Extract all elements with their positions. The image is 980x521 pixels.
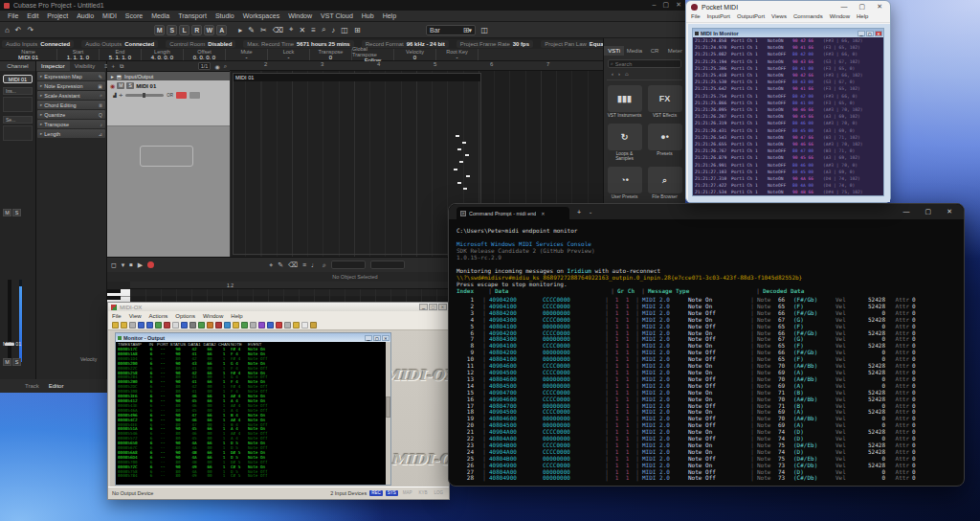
cubase-titlebar[interactable]: Cubase Pro Project - Untitled1 –▢✕ [0,0,685,11]
tool-icon[interactable]: ⌕ [322,25,325,34]
midi-event[interactable]: MIDI 01 [233,73,481,255]
cubase-menu-item[interactable]: Studio [215,12,234,19]
track-solo-button[interactable]: S [126,82,134,89]
window-control-icon[interactable]: ▢ [429,304,437,310]
cubase-window-controls[interactable]: –▢✕ [653,1,681,9]
toolbar-icon[interactable] [276,322,282,328]
pocketmidi-menu-item[interactable]: Help [857,13,868,22]
window-control-icon[interactable]: ✕ [438,304,447,310]
window-control-icon[interactable]: ✕ [676,1,681,9]
terminal-tab[interactable]: > Command Prompt - midi end ✕ [457,207,569,219]
tool-icon[interactable]: ✂ [260,26,267,34]
tab-cr[interactable]: CR [645,46,665,56]
toolbar-icon[interactable] [164,322,170,328]
tab-vsti[interactable]: VSTi [604,46,624,56]
info-cell[interactable]: Transpose0 [310,49,352,60]
status-item[interactable]: Audio InputsConnected [2,40,74,48]
window-control-icon[interactable]: ▁ [858,31,865,36]
monitor-titlebar[interactable]: MIDI In Monitor ▁▢ ✕ [693,29,883,37]
toolbar-icon[interactable] [233,322,239,328]
cubase-menu-item[interactable]: Window [288,12,312,19]
pocketmidi-menu-item[interactable]: File [691,13,701,22]
status-badge[interactable]: SYS [386,490,398,496]
tab-visibility[interactable]: Visibility [70,61,100,71]
editor-tool-icon[interactable]: ⌕ [323,261,326,269]
midiox-menu-item[interactable]: Options [175,313,195,319]
window-control-icon[interactable]: ✕ [947,208,952,215]
tool-icon[interactable]: ✕ [300,26,306,34]
toolbar-icon[interactable] [284,322,291,328]
tool-icon[interactable]: ⊞ [354,26,361,34]
info-cell[interactable]: Mute- [226,49,268,60]
editor-tool-icon[interactable]: ♩ [311,261,318,268]
pocketmidi-menu-item[interactable]: Commands [793,13,823,22]
status-badge[interactable]: REC [369,490,383,496]
nav-icon[interactable]: ⌂ [625,71,629,77]
search-input[interactable] [615,61,661,67]
toolbar-icon[interactable] [310,322,317,328]
media-tile[interactable]: ●• Presets [648,124,682,161]
tool-icon[interactable]: ≡ [311,26,316,34]
cubase-menu-item[interactable]: File [8,12,18,19]
toolbar-icon[interactable] [293,322,300,328]
zoom-preset-box[interactable]: 1/1 [198,62,212,70]
status-item[interactable]: Project Frame Rate30 fps [457,40,533,48]
solo-button[interactable]: S [12,209,21,216]
pocketmidi-menu-item[interactable]: OutputPort [737,13,765,22]
toolbar-icon[interactable]: ⊞ [463,26,470,34]
new-tab-button[interactable]: + [577,209,581,215]
toolbar-icon[interactable] [112,322,119,328]
midiox-menu-item[interactable]: Window [203,313,223,319]
toolbar-icon[interactable]: ⌂ [5,26,10,34]
window-control-icon[interactable]: ▢ [925,208,932,215]
quantize-select[interactable] [331,260,366,269]
window-control-icon[interactable]: ▢ [373,335,381,341]
midiox-menu-item[interactable]: File [112,313,122,319]
tool-icon[interactable]: ♪ [331,26,335,34]
editor-tool-icon[interactable]: ⌖ [269,261,273,269]
cubase-menu-item[interactable]: Transport [178,12,207,19]
project-ruler[interactable]: 234567 [230,61,603,71]
toolbar-icon[interactable] [121,322,127,328]
record-button[interactable] [147,261,154,268]
window-control-icon[interactable]: ▁ [365,335,372,341]
toolbar-icon[interactable] [129,322,136,328]
toolbar-icon[interactable] [146,322,153,328]
midiox-menu-item[interactable]: View [129,313,142,319]
channel-track-chip[interactable]: MIDI 01 [3,75,33,83]
info-cell[interactable]: Length4. 0. 0. 0 [142,49,184,60]
scrollbar-thumb[interactable] [386,396,390,418]
cubase-menu-item[interactable]: Media [151,12,169,19]
window-control-icon[interactable]: ✕ [877,3,882,11]
window-control-icon[interactable]: ▢ [866,31,874,36]
record-enable-icon[interactable]: ◉ [110,82,115,89]
pocketmidi-menu-item[interactable]: Window [830,13,850,22]
inserts-slot[interactable]: Ins... [3,87,33,95]
toolbar-icon[interactable] [215,322,222,328]
cubase-menu-item[interactable]: MIDI [102,12,117,19]
toolbar-icon[interactable] [198,322,205,328]
tool-icon[interactable]: ◫ [341,26,348,34]
close-icon[interactable]: ✕ [875,31,882,36]
terminal-titlebar[interactable]: > Command Prompt - midi end ✕ + ⌄ —▢✕ [449,204,964,219]
cubase-menu-item[interactable]: Edit [27,12,38,19]
toolbar-icon[interactable] [189,322,196,328]
cubase-menu-item[interactable]: Project [47,12,68,19]
track-volume-slider[interactable] [125,94,164,97]
window-control-icon[interactable]: – [653,1,657,9]
automation-state-button[interactable]: M [154,25,165,35]
toolbar-icon[interactable]: ◫ [480,26,488,34]
cubase-menu-item[interactable]: Workspaces [243,12,279,19]
tracklist-tool-icon[interactable]: ⧉ [120,63,123,70]
tab-track[interactable]: Track [25,383,39,389]
inspector-section[interactable]: ▸ Scale Assistant ⌕ [37,91,105,100]
media-tile[interactable]: ◔• User Presets [608,167,642,199]
toolbar-icon[interactable] [224,322,231,328]
tracklist-tool-icon[interactable]: ⌕ [224,63,227,70]
info-cell[interactable]: End5. 1. 1. 0 [100,49,142,60]
inspector-section[interactable]: ▸ Expression Map ✎ [37,72,105,80]
toolbar-icon[interactable] [267,322,274,328]
cubase-menu-item[interactable]: Hub [362,12,374,19]
nav-icon[interactable]: › [618,71,620,77]
automation-state-button[interactable]: W [204,25,214,35]
